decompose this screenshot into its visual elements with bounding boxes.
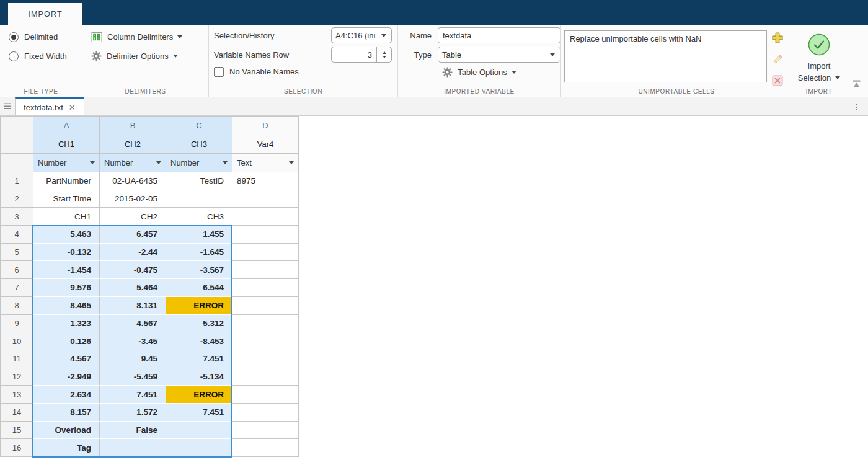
selection-history-dropdown-button[interactable]: [376, 28, 391, 43]
table-cell[interactable]: False: [100, 421, 166, 439]
name-field[interactable]: [438, 27, 560, 43]
table-cell[interactable]: [232, 208, 299, 226]
table-cell[interactable]: 8975: [232, 172, 299, 190]
table-cell[interactable]: 6.457: [100, 226, 166, 244]
table-cell[interactable]: PartNumber: [33, 172, 100, 190]
table-cell[interactable]: [166, 421, 232, 439]
table-cell[interactable]: [232, 439, 299, 457]
row-number-cell[interactable]: 6: [1, 261, 33, 279]
table-cell[interactable]: [166, 190, 232, 208]
import-selection-button[interactable]: Import Selection: [792, 27, 846, 84]
table-cell[interactable]: [232, 332, 299, 350]
row-number-cell[interactable]: 13: [1, 386, 33, 404]
table-cell[interactable]: -1.454: [33, 261, 100, 279]
table-cell[interactable]: [232, 368, 299, 386]
table-cell[interactable]: 5.463: [33, 226, 100, 244]
table-cell[interactable]: -3.45: [100, 332, 166, 350]
row-number-cell[interactable]: 9: [1, 314, 33, 332]
table-cell[interactable]: 4.567: [100, 314, 166, 332]
table-cell[interactable]: 5.312: [166, 314, 232, 332]
spinner-up-icon[interactable]: [383, 51, 386, 54]
collapse-ribbon-button[interactable]: [852, 79, 861, 91]
column-delimiters-button[interactable]: Column Delimiters: [82, 27, 208, 46]
type-dropdown-caret-icon[interactable]: [90, 161, 95, 164]
column-name-C[interactable]: CH3: [166, 135, 232, 154]
close-icon[interactable]: ✕: [69, 104, 76, 112]
table-options-button[interactable]: Table Options: [398, 63, 560, 81]
delete-rule-button[interactable]: [772, 75, 783, 89]
table-cell[interactable]: 7.451: [166, 403, 232, 421]
column-name-B[interactable]: CH2: [100, 135, 166, 154]
table-cell[interactable]: [232, 350, 299, 368]
tab-overflow-menu[interactable]: ⋮: [846, 97, 868, 115]
column-letter-C[interactable]: C: [166, 117, 232, 135]
row-number-cell[interactable]: 11: [1, 350, 33, 368]
table-cell[interactable]: 7.451: [100, 386, 166, 404]
table-cell[interactable]: -0.475: [100, 261, 166, 279]
rule-item[interactable]: Replace unimportable cells with NaN: [570, 34, 761, 43]
table-cell[interactable]: CH1: [33, 208, 100, 226]
ribbon-tab-import[interactable]: IMPORT: [8, 3, 82, 25]
row-number-cell[interactable]: 10: [1, 332, 33, 350]
column-letter-B[interactable]: B: [100, 117, 166, 135]
spinner-down-icon[interactable]: [383, 56, 386, 58]
table-cell[interactable]: 8.131: [100, 296, 166, 314]
radio-delimited[interactable]: Delimited: [0, 27, 82, 46]
column-type-B[interactable]: Number: [100, 154, 166, 172]
row-number-cell[interactable]: 2: [1, 190, 33, 208]
table-cell[interactable]: ERROR: [166, 296, 232, 314]
row-number-cell[interactable]: 14: [1, 403, 33, 421]
table-cell[interactable]: -2.44: [100, 243, 166, 261]
table-cell[interactable]: -8.453: [166, 332, 232, 350]
type-dropdown-caret-icon[interactable]: [156, 161, 161, 164]
table-cell[interactable]: [232, 279, 299, 297]
edit-rule-button[interactable]: [772, 54, 783, 68]
table-cell[interactable]: -5.459: [100, 368, 166, 386]
radio-fixed-width[interactable]: Fixed Width: [0, 46, 82, 66]
table-cell[interactable]: [232, 421, 299, 439]
table-cell[interactable]: Start Time: [33, 190, 100, 208]
table-cell[interactable]: [232, 403, 299, 421]
variable-names-row-spinner[interactable]: 3: [331, 46, 392, 63]
table-cell[interactable]: [232, 261, 299, 279]
column-type-D[interactable]: Text: [232, 154, 299, 172]
radio-selected-icon[interactable]: [9, 32, 19, 42]
table-cell[interactable]: [232, 314, 299, 332]
row-number-cell[interactable]: 5: [1, 243, 33, 261]
no-variable-names-checkbox[interactable]: No Variable Names: [209, 63, 397, 81]
delimiter-options-button[interactable]: Delimiter Options: [82, 46, 208, 66]
table-cell[interactable]: CH3: [166, 208, 232, 226]
table-cell[interactable]: 2015-02-05: [100, 190, 166, 208]
table-cell[interactable]: 8.465: [33, 296, 100, 314]
row-number-cell[interactable]: 16: [1, 439, 33, 457]
table-cell[interactable]: -3.567: [166, 261, 232, 279]
table-cell[interactable]: TestID: [166, 172, 232, 190]
table-cell[interactable]: ERROR: [166, 386, 232, 404]
row-number-cell[interactable]: 15: [1, 421, 33, 439]
table-cell[interactable]: 5.464: [100, 279, 166, 297]
table-cell[interactable]: 9.45: [100, 350, 166, 368]
row-number-cell[interactable]: 1: [1, 172, 33, 190]
table-cell[interactable]: 4.567: [33, 350, 100, 368]
table-cell[interactable]: -5.134: [166, 368, 232, 386]
column-type-A[interactable]: Number: [33, 154, 100, 172]
table-cell[interactable]: -2.949: [33, 368, 100, 386]
row-number-cell[interactable]: 4: [1, 226, 33, 244]
table-cell[interactable]: 1.455: [166, 226, 232, 244]
spinner-buttons[interactable]: [376, 47, 391, 62]
type-dropdown-button[interactable]: [545, 53, 560, 56]
row-number-cell[interactable]: 8: [1, 296, 33, 314]
table-cell[interactable]: -0.132: [33, 243, 100, 261]
table-cell[interactable]: -1.645: [166, 243, 232, 261]
column-name-D[interactable]: Var4: [232, 135, 299, 154]
radio-unselected-icon[interactable]: [9, 51, 19, 61]
row-number-cell[interactable]: 7: [1, 279, 33, 297]
table-cell[interactable]: 7.451: [166, 350, 232, 368]
table-cell[interactable]: CH2: [100, 208, 166, 226]
column-name-A[interactable]: CH1: [33, 135, 100, 154]
column-letter-D[interactable]: D: [232, 117, 299, 135]
table-cell[interactable]: [232, 226, 299, 244]
unimportable-rules-list[interactable]: Replace unimportable cells with NaN: [564, 30, 767, 82]
table-cell[interactable]: [166, 439, 232, 457]
table-cell[interactable]: [232, 386, 299, 404]
